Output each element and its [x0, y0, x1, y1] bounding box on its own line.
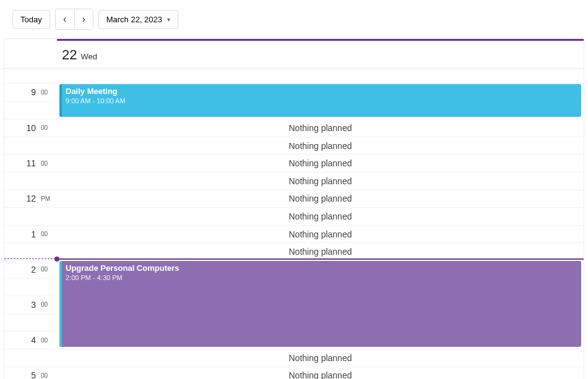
minute-label: 00 [41, 231, 52, 237]
nothing-planned-label: Nothing planned [289, 158, 352, 168]
time-row: 900 [4, 83, 57, 101]
time-row: 500 [4, 367, 57, 380]
time-row: 300 [4, 296, 57, 313]
hour-label: 3 [31, 300, 36, 310]
calendar-event[interactable]: Upgrade Personal Computers2:00 PM - 4:30… [59, 261, 581, 347]
time-row [4, 278, 57, 296]
time-row: 1000 [4, 119, 57, 137]
nothing-planned-label: Nothing planned [289, 123, 352, 133]
time-row [4, 207, 57, 225]
day-header-cell[interactable]: 22 Wed [57, 39, 584, 68]
calendar-event[interactable]: Daily Meeting9:00 AM - 10:00 AM [59, 84, 581, 117]
time-slot[interactable]: Nothing planned [57, 207, 584, 225]
calendar: 22 Wed 9001000110012PM100200300400500 No… [4, 38, 584, 379]
hour-label: 10 [26, 123, 36, 133]
nothing-planned-label: Nothing planned [289, 370, 352, 379]
calendar-toolbar: Today ‹ › March 22, 2023 ▾ [0, 0, 588, 38]
nothing-planned-label: Nothing planned [289, 353, 352, 363]
minute-label: 00 [41, 160, 52, 167]
minute-label: 00 [41, 372, 52, 379]
event-time: 2:00 PM - 4:30 PM [66, 274, 576, 281]
nothing-planned-label: Nothing planned [289, 141, 352, 151]
time-slot[interactable]: Nothing planned [57, 225, 584, 243]
minute-label: PM [41, 195, 52, 202]
time-grid: 9001000110012PM100200300400500 Nothing p… [4, 69, 584, 379]
time-slot[interactable]: Nothing planned [57, 137, 584, 155]
time-row [4, 101, 57, 119]
nav-group: ‹ › [55, 9, 93, 30]
nothing-planned-label: Nothing planned [289, 229, 352, 239]
event-title: Daily Meeting [66, 87, 576, 96]
time-row [4, 242, 57, 260]
time-row [4, 349, 57, 367]
hour-label: 9 [31, 87, 36, 97]
prev-button[interactable]: ‹ [56, 9, 74, 29]
time-slot[interactable]: Nothing planned [57, 349, 584, 367]
next-button[interactable]: › [74, 9, 93, 29]
time-slot[interactable]: Nothing planned [57, 119, 584, 137]
time-slot[interactable]: Nothing planned [57, 367, 584, 380]
time-row: 400 [4, 331, 57, 349]
time-slot[interactable]: Nothing planned [57, 172, 584, 190]
time-slot[interactable]: Nothing planned [57, 190, 584, 208]
event-time: 9:00 AM - 10:00 AM [66, 97, 576, 104]
event-title: Upgrade Personal Computers [66, 263, 576, 273]
date-picker-button[interactable]: March 22, 2023 ▾ [98, 10, 178, 29]
minute-label: 00 [41, 337, 52, 344]
time-slot[interactable]: Nothing planned [57, 242, 584, 260]
slot-column[interactable]: Nothing plannedNothing plannedNothing pl… [57, 83, 584, 379]
hour-label: 5 [31, 370, 36, 379]
hour-label: 2 [31, 265, 36, 275]
chevron-right-icon: › [82, 14, 85, 25]
today-button[interactable]: Today [12, 10, 50, 29]
event-color-bar [59, 261, 62, 347]
date-label: March 22, 2023 [106, 15, 162, 24]
nothing-planned-label: Nothing planned [289, 211, 352, 221]
time-column: 9001000110012PM100200300400500 [4, 83, 57, 379]
time-row: 12PM [4, 190, 57, 208]
nothing-planned-label: Nothing planned [289, 194, 352, 203]
minute-label: 00 [41, 89, 52, 96]
current-time-indicator [4, 258, 584, 259]
day-name: Wed [80, 52, 97, 61]
minute-label: 00 [41, 301, 52, 308]
hour-label: 4 [31, 335, 36, 345]
time-row [4, 313, 57, 331]
hour-label: 12 [26, 194, 36, 203]
time-row [4, 172, 57, 190]
day-header: 22 Wed [4, 39, 584, 69]
event-color-bar [59, 84, 62, 117]
minute-label: 00 [41, 266, 52, 273]
time-slot[interactable]: Nothing planned [57, 154, 584, 172]
time-row: 100 [4, 225, 57, 243]
chevron-down-icon: ▾ [167, 16, 170, 23]
time-row [4, 137, 57, 155]
hour-label: 1 [31, 229, 36, 239]
day-number: 22 [62, 47, 77, 63]
time-row: 1100 [4, 154, 57, 172]
nothing-planned-label: Nothing planned [289, 176, 352, 186]
hour-label: 11 [26, 158, 36, 168]
nothing-planned-label: Nothing planned [289, 247, 352, 257]
minute-label: 00 [41, 124, 52, 131]
chevron-left-icon: ‹ [63, 14, 66, 25]
time-row: 200 [4, 260, 57, 278]
